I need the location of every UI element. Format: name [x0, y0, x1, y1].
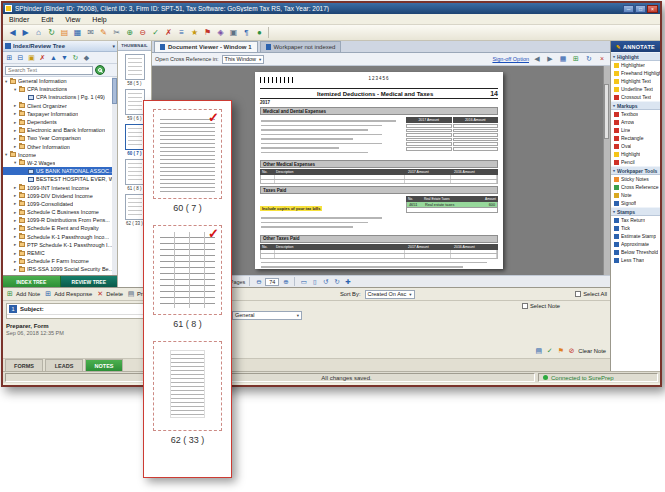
tree-item[interactable]: ▸ 1099-INT Interest Income — [3, 183, 117, 191]
layout-icon[interactable]: ▦ — [558, 54, 568, 64]
search-icon[interactable] — [95, 65, 105, 75]
tree-item[interactable]: BESTEST HOSPITAL EVER, W... — [3, 175, 117, 183]
note-category-select[interactable]: General ▾ — [232, 311, 302, 320]
annotate-tool[interactable]: Pencil — [611, 158, 660, 166]
page-thumbnail-image[interactable] — [125, 159, 145, 185]
annotate-section-markups[interactable]: ▾ Markups — [611, 101, 660, 110]
tree-item[interactable]: ▸ Schedule C Business Income — [3, 208, 117, 216]
thumb-page-62[interactable]: ✓ 62 ( 33 ) — [153, 341, 222, 445]
annotate-tool[interactable]: Signoff — [611, 199, 660, 207]
annotate-tool[interactable]: Highlighter — [611, 61, 660, 69]
reject-icon[interactable]: ✗ — [162, 27, 175, 39]
collapse-all-icon[interactable]: ⊟ — [15, 52, 26, 63]
fit-page-icon[interactable]: ▯ — [310, 277, 319, 287]
tree-item[interactable]: ▸ Electronic and Bank Information — [3, 126, 117, 134]
stamp-icon[interactable]: ◈ — [214, 27, 227, 39]
thumb-page-61[interactable]: ✓ 61 ( 8 ) — [153, 225, 222, 329]
tree-item[interactable]: ▸ 1099-DIV Dividend Income — [3, 192, 117, 200]
annotate-header[interactable]: ✎ ANNOTATE — [611, 41, 660, 52]
new-folder-icon[interactable]: ▣ — [26, 52, 37, 63]
approve-icon[interactable]: ✓ — [149, 27, 162, 39]
tree-item[interactable]: CPA Instructions | Pg. 1 (49) — [3, 93, 117, 101]
tree-item[interactable]: ▸ Two Year Comparison — [3, 134, 117, 142]
refresh-view-icon[interactable]: ↻ — [584, 54, 594, 64]
add-icon[interactable]: ⊕ — [123, 27, 136, 39]
note-check-icon[interactable]: ✓ — [545, 346, 554, 356]
annotate-tool[interactable]: Rectangle — [611, 134, 660, 142]
close-view-icon[interactable]: × — [597, 54, 607, 64]
tree-item[interactable]: ▸ Schedule F Farm Income — [3, 257, 117, 265]
add-window-icon[interactable]: ⊞ — [571, 54, 581, 64]
thumb-page-60[interactable]: ✓ 60 ( 7 ) — [153, 109, 222, 213]
checkbox-icon[interactable] — [575, 291, 581, 297]
thumbnail-preview[interactable]: ✓ — [153, 109, 222, 199]
grid-icon[interactable]: ▣ — [227, 27, 240, 39]
menu-item[interactable]: View — [59, 16, 86, 23]
forward-icon[interactable]: ▶ — [19, 27, 32, 39]
close-button[interactable]: × — [647, 5, 658, 13]
home-icon[interactable]: ⌂ — [32, 27, 45, 39]
tree-item[interactable]: ▸ Schedule K-1 Passthrough Inco... — [3, 233, 117, 241]
crossref-select[interactable]: This Window ▾ — [222, 55, 265, 64]
thumbnail-preview[interactable]: ✓ — [153, 341, 222, 431]
viewer-scrollbar[interactable] — [603, 66, 610, 275]
annotate-section-workpaper-tools[interactable]: ▾ Workpaper Tools — [611, 166, 660, 175]
annotate-tool[interactable]: Highlight Text — [611, 77, 660, 85]
annotate-tool[interactable]: Textbox — [611, 110, 660, 118]
tree-item[interactable]: ▸ IRS-SSA 1099 Social Security Be... — [3, 265, 117, 273]
tab-index-tree[interactable]: INDEX TREE — [3, 276, 61, 287]
chevron-down-icon[interactable]: ▾ — [112, 43, 115, 49]
tree-item[interactable]: ▾ W-2 Wages — [3, 159, 117, 167]
prev-document-icon[interactable]: ◀ — [532, 54, 542, 64]
page-thumbnail-image[interactable] — [125, 54, 145, 80]
tree-item[interactable]: ▸ Dependents — [3, 118, 117, 126]
list-icon[interactable]: ≡ — [175, 27, 188, 39]
delete-item-icon[interactable]: ✗ — [37, 52, 48, 63]
expand-all-icon[interactable]: ⊞ — [4, 52, 15, 63]
info-icon[interactable]: ¶ — [240, 27, 253, 39]
tree-item[interactable]: ▸ Taxpayer Information — [3, 110, 117, 118]
page-thumbnail-image[interactable] — [125, 124, 145, 150]
maximize-button[interactable]: □ — [635, 5, 646, 13]
annotate-tool[interactable]: Arrow — [611, 118, 660, 126]
move-up-icon[interactable]: ▲ — [48, 52, 59, 63]
note-flag-icon[interactable]: ⚑ — [556, 346, 565, 356]
tree-item[interactable]: ▸ PTP Schedule K-1 Passthrough I... — [3, 241, 117, 249]
tree-item[interactable]: US BANK NATIONAL ASSOC... — [3, 167, 117, 175]
annotate-tool[interactable]: Crossout Text — [611, 93, 660, 101]
tree-item[interactable]: ▸ Client Organizer — [3, 102, 117, 110]
tree-item[interactable]: ▸ Other Information — [3, 143, 117, 151]
annotate-tool[interactable]: Underline Text — [611, 85, 660, 93]
viewer-tab[interactable]: Document Viewer - Window 1 — [154, 41, 258, 52]
page-thumbnail[interactable]: 58 ( 5 ) — [118, 54, 151, 86]
zoom-out-icon[interactable]: ⊖ — [254, 277, 263, 287]
annotate-section-highlight[interactable]: ▾ Highlight — [611, 52, 660, 61]
checkbox-icon[interactable] — [522, 303, 528, 309]
annotate-tool[interactable]: Tick — [611, 224, 660, 232]
save-icon[interactable]: ▦ — [71, 27, 84, 39]
rotate-right-icon[interactable]: ↻ — [332, 277, 341, 287]
tree-item[interactable]: ▸ 1099-Consolidated — [3, 200, 117, 208]
menu-item[interactable]: Edit — [35, 16, 59, 23]
annotate-tool[interactable]: Highlight — [611, 150, 660, 158]
tab-thumbnail[interactable]: THUMBNAIL — [118, 41, 151, 51]
annotate-tool[interactable]: Note — [611, 191, 660, 199]
remove-icon[interactable]: ⊖ — [136, 27, 149, 39]
tree-scrollbar[interactable] — [112, 77, 117, 275]
zoom-level-input[interactable]: 74 — [265, 278, 279, 286]
note-print-icon[interactable]: ▤ — [534, 346, 543, 356]
annotate-tool[interactable]: Tax Return — [611, 216, 660, 224]
star-icon[interactable]: ★ — [188, 27, 201, 39]
annotate-tool[interactable]: Oval — [611, 142, 660, 150]
sort-by-select[interactable]: Created On Asc ▾ — [365, 290, 415, 299]
tree-item[interactable]: ▾ Income — [3, 151, 117, 159]
annotate-tool[interactable]: Sticky Notes — [611, 175, 660, 183]
select-note-checkbox[interactable]: Select Note — [522, 303, 606, 309]
tab-review-tree[interactable]: REVIEW TREE — [61, 276, 118, 287]
menu-item[interactable]: Help — [86, 16, 112, 23]
zoom-in-icon[interactable]: ⊕ — [281, 277, 290, 287]
annotate-tool[interactable]: Approximate — [611, 240, 660, 248]
refresh-tree-icon[interactable]: ↻ — [70, 52, 81, 63]
notes-toolbar-button[interactable]: ✕ Delete — [96, 289, 123, 299]
notes-tab[interactable]: LEADS — [45, 359, 83, 371]
